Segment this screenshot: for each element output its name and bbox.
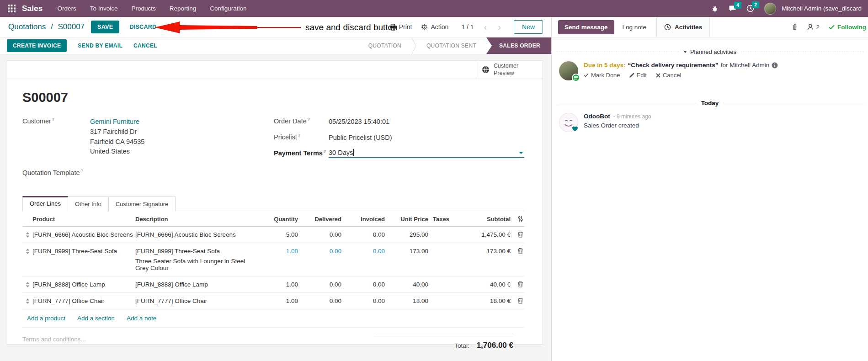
edit-activity-button[interactable]: Edit (629, 72, 647, 79)
apps-grid-icon[interactable] (6, 4, 16, 14)
cancel-activity-button[interactable]: Cancel (656, 72, 681, 79)
optional-columns-button[interactable] (511, 216, 524, 222)
discard-button[interactable]: DISCARD (129, 24, 156, 30)
cell-subtotal[interactable]: 1,475.00 € (457, 231, 511, 238)
cell-description[interactable]: [FURN_6666] Acoustic Bloc Screens (135, 231, 257, 238)
add-note-link[interactable]: Add a note (127, 315, 156, 322)
cell-invoiced[interactable]: 0.00 (341, 248, 385, 255)
stage-quotation-sent[interactable]: QUOTATION SENT (416, 37, 486, 54)
add-product-link[interactable]: Add a product (27, 315, 65, 322)
tab-other-info[interactable]: Other Info (68, 196, 109, 211)
cell-unit-price[interactable]: 295.00 (385, 231, 428, 238)
cell-invoiced[interactable]: 0.00 (341, 297, 385, 304)
col-unit-price[interactable]: Unit Price (385, 216, 428, 223)
col-delivered[interactable]: Delivered (298, 216, 341, 223)
col-taxes[interactable]: Taxes (428, 216, 457, 223)
cell-unit-price[interactable]: 18.00 (385, 297, 428, 304)
cell-delivered[interactable]: 0.00 (298, 297, 341, 304)
cell-invoiced[interactable]: 0.00 (341, 281, 385, 288)
col-invoiced[interactable]: Invoiced (341, 216, 385, 223)
delete-row-button[interactable] (511, 297, 524, 304)
menu-to-invoice[interactable]: To Invoice (90, 5, 118, 12)
activities-tab[interactable]: Activities (656, 17, 710, 37)
payment-terms-input[interactable]: 30 Days (329, 149, 524, 158)
user-avatar[interactable] (764, 3, 776, 15)
cell-product[interactable]: [FURN_8999] Three-Seat Sofa (32, 248, 135, 255)
drag-handle-icon[interactable] (22, 297, 32, 304)
cell-quantity[interactable]: 1.00 (257, 281, 298, 288)
cell-unit-price[interactable]: 173.00 (385, 248, 428, 255)
following-button[interactable]: Following (829, 24, 866, 31)
drag-handle-icon[interactable] (22, 248, 32, 254)
drag-handle-icon[interactable] (22, 281, 32, 287)
delete-row-button[interactable] (511, 248, 524, 254)
cell-product[interactable]: [FURN_8888] Office Lamp (32, 281, 135, 288)
dropdown-caret-icon[interactable] (519, 152, 523, 154)
activity-avatar[interactable] (559, 61, 578, 80)
col-subtotal[interactable]: Subtotal (457, 216, 511, 223)
cell-invoiced[interactable]: 0.00 (341, 231, 385, 238)
user-name[interactable]: Mitchell Admin (save_discard (782, 5, 862, 12)
new-button[interactable]: New (514, 20, 543, 34)
stage-quotation[interactable]: QUOTATION (358, 37, 411, 54)
mark-done-button[interactable]: Mark Done (584, 72, 620, 79)
action-button[interactable]: Action (421, 23, 448, 31)
cell-quantity[interactable]: 1.00 (257, 297, 298, 304)
app-name[interactable]: Sales (22, 4, 43, 13)
debug-bug-icon[interactable] (711, 5, 719, 12)
activity-clock-icon[interactable]: 2 (746, 5, 754, 12)
customer-link[interactable]: Gemini Furniture (90, 117, 144, 127)
paperclip-icon[interactable] (791, 23, 798, 31)
table-row[interactable]: [FURN_6666] Acoustic Bloc Screens [FURN_… (22, 227, 524, 243)
pager-next-icon[interactable]: › (497, 22, 502, 32)
cell-description[interactable]: [FURN_8999] Three-Seat Sofa Three Seater… (135, 248, 257, 271)
cell-product[interactable]: [FURN_6666] Acoustic Bloc Screens (32, 231, 135, 238)
add-section-link[interactable]: Add a section (77, 315, 115, 322)
cell-subtotal[interactable]: 18.00 € (457, 297, 511, 304)
create-invoice-button[interactable]: CREATE INVOICE (7, 39, 67, 52)
pricelist-value[interactable]: Public Pricelist (USD) (329, 133, 392, 143)
odoobot-avatar[interactable] (559, 113, 578, 132)
save-button[interactable]: SAVE (91, 21, 119, 33)
messages-icon[interactable]: 4 (729, 5, 736, 12)
cell-delivered[interactable]: 0.00 (298, 281, 341, 288)
drag-handle-icon[interactable] (22, 231, 32, 238)
cell-subtotal[interactable]: 173.00 € (457, 248, 511, 255)
info-icon[interactable] (772, 62, 778, 69)
delete-row-button[interactable] (511, 231, 524, 238)
breadcrumb-quotations[interactable]: Quotations (8, 22, 46, 31)
table-row[interactable]: [FURN_7777] Office Chair [FURN_7777] Off… (22, 293, 524, 309)
cell-delivered[interactable]: 0.00 (298, 231, 341, 238)
cell-description[interactable]: [FURN_8888] Office Lamp (135, 281, 257, 288)
cell-quantity[interactable]: 5.00 (257, 231, 298, 238)
cancel-button[interactable]: CANCEL (133, 42, 157, 49)
send-message-button[interactable]: Send message (558, 20, 614, 34)
cell-subtotal[interactable]: 40.00 € (457, 281, 511, 288)
cell-description[interactable]: [FURN_7777] Office Chair (135, 297, 257, 304)
delete-row-button[interactable] (511, 281, 524, 287)
terms-and-conditions-input[interactable]: Terms and conditions... (22, 336, 374, 350)
col-description[interactable]: Description (135, 216, 257, 223)
cell-quantity[interactable]: 1.00 (257, 248, 298, 255)
menu-configuration[interactable]: Configuration (210, 5, 246, 12)
order-date-value[interactable]: 05/25/2023 15:40:01 (329, 117, 389, 127)
tab-customer-signature[interactable]: Customer Signature (109, 196, 176, 211)
log-note-button[interactable]: Log note (623, 24, 647, 31)
followers-button[interactable]: 2 (807, 24, 820, 31)
cell-product[interactable]: [FURN_7777] Office Chair (32, 297, 135, 304)
planned-activities-toggle[interactable]: Planned activities (683, 48, 736, 55)
pager-previous-icon[interactable]: ‹ (483, 22, 488, 32)
cell-delivered[interactable]: 0.00 (298, 248, 341, 255)
menu-products[interactable]: Products (132, 5, 156, 12)
stage-sales-order[interactable]: SALES ORDER (486, 37, 551, 54)
tab-order-lines[interactable]: Order Lines (22, 196, 68, 211)
send-by-email-button[interactable]: SEND BY EMAIL (78, 42, 122, 49)
table-row[interactable]: [FURN_8999] Three-Seat Sofa [FURN_8999] … (22, 243, 524, 276)
table-row[interactable]: [FURN_8888] Office Lamp [FURN_8888] Offi… (22, 276, 524, 293)
menu-reporting[interactable]: Reporting (170, 5, 197, 12)
cell-unit-price[interactable]: 40.00 (385, 281, 428, 288)
customer-preview-button[interactable]: Customer Preview (476, 61, 543, 79)
message-author[interactable]: OdooBot (584, 113, 610, 120)
col-quantity[interactable]: Quantity (257, 216, 298, 223)
print-button[interactable]: Print (389, 23, 412, 31)
